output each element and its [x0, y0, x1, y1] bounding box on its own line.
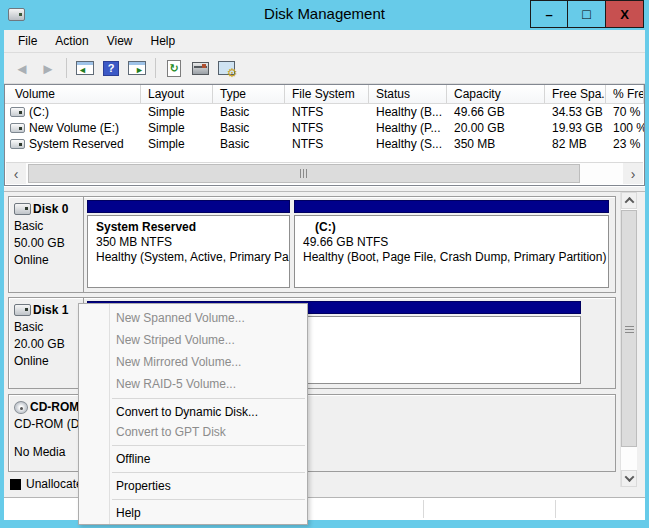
- back-button[interactable]: ◄: [10, 56, 34, 80]
- volume-row-c[interactable]: (C:) Simple Basic NTFS Healthy (B... 49.…: [5, 104, 644, 120]
- volume-icon: [10, 123, 25, 133]
- disk-icon: [14, 203, 31, 215]
- scrollbar-grip: [625, 324, 634, 333]
- menu-item-new-striped-volume: New Striped Volume...: [79, 329, 307, 351]
- maximize-icon: □: [582, 9, 590, 19]
- scrollbar-thumb[interactable]: [28, 164, 580, 183]
- column-header-percent-free[interactable]: % Fre: [606, 85, 644, 103]
- disk-size: 20.00 GB: [14, 337, 83, 351]
- disk-name: Disk 0: [33, 202, 68, 216]
- forward-button[interactable]: ►: [36, 56, 60, 80]
- volume-percent-free: 70 %: [606, 105, 644, 119]
- volume-list: Volume Layout Type File System Status Ca…: [4, 84, 645, 186]
- column-header-status[interactable]: Status: [369, 85, 447, 103]
- volume-layout: Simple: [141, 137, 213, 151]
- help-icon: ?: [103, 61, 119, 76]
- disk0-row[interactable]: Disk 0 Basic 50.00 GB Online System Rese…: [8, 196, 616, 293]
- volume-icon: [10, 139, 25, 149]
- menu-item-new-spanned-volume: New Spanned Volume...: [79, 307, 307, 329]
- volume-layout: Simple: [141, 121, 213, 135]
- volume-status: Healthy (B...: [369, 105, 447, 119]
- volume-free-space: 82 MB: [545, 137, 606, 151]
- column-header-type[interactable]: Type: [213, 85, 285, 103]
- gear-icon: ⚙: [227, 67, 238, 79]
- menu-separator: [112, 398, 305, 399]
- disk0-graph: System Reserved 350 MB NTFS Healthy (Sys…: [84, 197, 615, 292]
- scrollbar-track[interactable]: [26, 163, 623, 184]
- column-header-file-system[interactable]: File System: [285, 85, 369, 103]
- partition-body[interactable]: System Reserved 350 MB NTFS Healthy (Sys…: [87, 215, 290, 288]
- minimize-button[interactable]: –: [530, 0, 568, 28]
- help-button[interactable]: ?: [99, 56, 123, 80]
- show-console-tree-button[interactable]: ◄: [73, 56, 97, 80]
- create-vhd-button[interactable]: ⚙: [214, 56, 238, 80]
- partition-size: 350 MB NTFS: [96, 235, 289, 250]
- volume-icon: [10, 107, 25, 117]
- refresh-button[interactable]: ↻: [162, 56, 186, 80]
- menu-item-convert-to-gpt-disk: Convert to GPT Disk: [79, 422, 307, 442]
- volume-name: System Reserved: [29, 137, 124, 151]
- cdrom-label[interactable]: CD-ROM 0 CD-ROM (D:) No Media: [9, 395, 84, 471]
- disk1-label[interactable]: Disk 1 Basic 20.00 GB Online: [9, 298, 84, 388]
- menu-view[interactable]: View: [98, 32, 142, 50]
- titlebar[interactable]: Disk Management – □ X: [0, 0, 649, 30]
- menu-file[interactable]: File: [9, 32, 46, 50]
- volume-percent-free: 23 %: [606, 137, 644, 151]
- scroll-up-arrow[interactable]: [621, 192, 637, 209]
- rescan-disks-button[interactable]: [188, 56, 212, 80]
- volume-row-new-volume-e[interactable]: New Volume (E:) Simple Basic NTFS Health…: [5, 120, 644, 136]
- menu-action[interactable]: Action: [46, 32, 97, 50]
- partition-name: System Reserved: [96, 220, 289, 235]
- partition-health: Healthy (System, Active, Primary Partiti…: [96, 250, 289, 265]
- scroll-down-arrow[interactable]: [621, 470, 637, 487]
- menu-item-new-mirrored-volume: New Mirrored Volume...: [79, 351, 307, 373]
- volume-name: New Volume (E:): [29, 121, 119, 135]
- disk-context-menu: New Spanned Volume... New Striped Volume…: [78, 303, 308, 525]
- vertical-scrollbar[interactable]: [620, 192, 637, 487]
- primary-partition-bar: [294, 200, 609, 213]
- partition-name: (C:): [303, 220, 608, 235]
- volume-type: Basic: [213, 137, 285, 151]
- menu-item-convert-to-dynamic-disk[interactable]: Convert to Dynamic Disk...: [79, 402, 307, 422]
- action-pane-icon: ►: [128, 61, 146, 75]
- horizontal-scrollbar[interactable]: ‹ ›: [6, 162, 643, 184]
- show-action-pane-button[interactable]: ►: [125, 56, 149, 80]
- primary-partition-bar: [87, 200, 290, 213]
- partition-body[interactable]: (C:) 49.66 GB NTFS Healthy (Boot, Page F…: [294, 215, 609, 288]
- chevron-up-icon: [624, 197, 634, 207]
- cdrom-media-status: No Media: [14, 445, 83, 459]
- column-header-volume[interactable]: Volume: [5, 85, 141, 103]
- partition-health: Healthy (Boot, Page File, Crash Dump, Pr…: [303, 250, 608, 265]
- menu-item-properties[interactable]: Properties: [79, 476, 307, 496]
- volume-capacity: 49.66 GB: [447, 105, 545, 119]
- volume-row-system-reserved[interactable]: System Reserved Simple Basic NTFS Health…: [5, 136, 644, 152]
- maximize-button[interactable]: □: [568, 0, 606, 28]
- volume-file-system: NTFS: [285, 105, 369, 119]
- menu-separator: [112, 472, 305, 473]
- disk0-label[interactable]: Disk 0 Basic 50.00 GB Online: [9, 197, 84, 292]
- scroll-right-arrow[interactable]: ›: [623, 163, 643, 184]
- toolbar: ◄ ► ◄ ? ► ↻ ⚙: [4, 52, 645, 84]
- rescan-disks-icon: [192, 62, 209, 75]
- volume-free-space: 34.53 GB: [545, 105, 606, 119]
- menu-help[interactable]: Help: [142, 32, 185, 50]
- cdrom-device: CD-ROM (D:): [14, 417, 83, 431]
- volume-status: Healthy (S...: [369, 137, 447, 151]
- menu-item-help[interactable]: Help: [79, 503, 307, 523]
- menu-item-offline[interactable]: Offline: [79, 449, 307, 469]
- volume-percent-free: 100 %: [606, 121, 644, 135]
- scrollbar-thumb[interactable]: [621, 210, 637, 447]
- partition-c[interactable]: (C:) 49.66 GB NTFS Healthy (Boot, Page F…: [294, 200, 609, 289]
- disk-kind: Basic: [14, 219, 83, 233]
- disk-name: Disk 1: [33, 303, 68, 317]
- column-header-layout[interactable]: Layout: [141, 85, 213, 103]
- menu-separator: [112, 499, 305, 500]
- disk-status: Online: [14, 253, 83, 267]
- refresh-icon: ↻: [167, 60, 181, 77]
- close-button[interactable]: X: [606, 0, 644, 28]
- partition-system-reserved[interactable]: System Reserved 350 MB NTFS Healthy (Sys…: [87, 200, 290, 289]
- column-header-capacity[interactable]: Capacity: [447, 85, 545, 103]
- scroll-left-arrow[interactable]: ‹: [6, 163, 26, 184]
- gear-window-icon: ⚙: [218, 61, 235, 75]
- column-header-free-space[interactable]: Free Spa...: [545, 85, 606, 103]
